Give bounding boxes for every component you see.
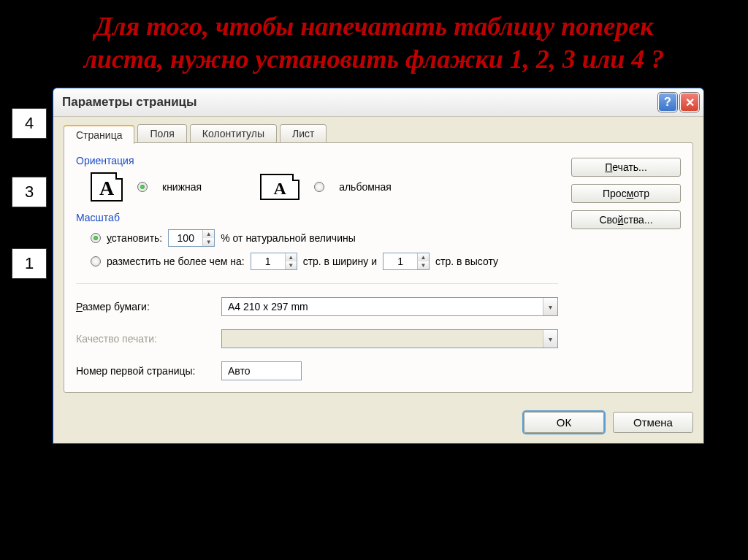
tab-headers[interactable]: Колонтитулы	[190, 124, 277, 143]
landscape-icon: A	[260, 174, 299, 200]
fit-width-spinner[interactable]: ▲▼	[251, 253, 297, 270]
portrait-radio[interactable]	[137, 182, 148, 192]
paper-size-label: Размер бумаги:	[76, 301, 211, 312]
tab-panel: Ориентация A книжная A	[64, 142, 693, 393]
fit-height-input[interactable]	[383, 253, 417, 269]
tab-page[interactable]: Страница	[64, 125, 134, 144]
landscape-label[interactable]: альбомная	[339, 181, 392, 193]
tabstrip: Страница Поля Колонтитулы Лист	[64, 124, 693, 143]
help-button[interactable]: ?	[658, 93, 677, 112]
portrait-label[interactable]: книжная	[162, 181, 202, 193]
spin-down-icon[interactable]: ▼	[418, 261, 429, 269]
first-page-label: Номер первой страницы:	[76, 365, 211, 377]
landscape-radio[interactable]	[314, 182, 324, 192]
question-text: Для того, чтобы напечатать таблицу попер…	[0, 0, 748, 80]
dialog-titlebar[interactable]: Параметры страницы ? ✕	[53, 88, 703, 117]
spin-up-icon[interactable]: ▲	[286, 253, 297, 261]
fit-width-input[interactable]	[251, 253, 285, 269]
scale-percent-input[interactable]	[169, 230, 202, 246]
spin-down-icon[interactable]: ▼	[286, 261, 297, 269]
paper-size-value: A4 210 x 297 mm	[222, 298, 543, 315]
chevron-down-icon[interactable]: ▾	[543, 298, 557, 315]
page-setup-dialog: Параметры страницы ? ✕ Страница Поля Кол…	[53, 88, 704, 444]
print-quality-combo: ▾	[221, 329, 558, 348]
ok-button[interactable]: ОК	[524, 412, 604, 433]
print-button[interactable]: Печать...	[571, 158, 681, 177]
properties-button[interactable]: Свойства...	[571, 210, 681, 229]
fit-height-suffix: стр. в высоту	[435, 256, 498, 267]
paper-size-combo[interactable]: A4 210 x 297 mm ▾	[221, 297, 558, 316]
spin-up-icon[interactable]: ▲	[203, 230, 214, 238]
callout-4: 4	[12, 108, 47, 139]
scale-adjust-suffix: % от натуральной величины	[221, 232, 356, 244]
scale-fit-label[interactable]: разместить не более чем на:	[107, 256, 245, 267]
question-line1: Для того, чтобы напечатать таблицу попер…	[95, 12, 654, 41]
question-line2: листа, нужно установить флажки 1, 2, 3 и…	[84, 45, 665, 74]
close-button[interactable]: ✕	[680, 93, 699, 112]
scale-group-label: Масштаб	[76, 212, 558, 223]
portrait-icon: A	[91, 172, 123, 202]
cancel-button[interactable]: Отмена	[613, 412, 693, 433]
tab-sheet[interactable]: Лист	[280, 124, 327, 143]
tab-fields[interactable]: Поля	[137, 124, 186, 143]
spin-down-icon[interactable]: ▼	[203, 238, 214, 246]
preview-button[interactable]: Просмотр	[571, 184, 681, 203]
scale-percent-spinner[interactable]: ▲▼	[168, 229, 215, 247]
scale-adjust-label[interactable]: уустановить:становить:	[107, 232, 162, 244]
orientation-group-label: Ориентация	[76, 155, 558, 166]
scale-fit-radio[interactable]	[91, 256, 101, 266]
callout-3: 3	[12, 177, 47, 207]
scale-adjust-radio[interactable]	[91, 233, 101, 243]
dialog-title: Параметры страницы	[62, 95, 655, 110]
callout-1: 1	[12, 248, 47, 279]
first-page-input[interactable]	[221, 361, 302, 380]
dialog-footer: ОК Отмена	[53, 403, 703, 443]
print-quality-value	[222, 330, 543, 348]
print-quality-label: Качество печати:	[76, 333, 211, 345]
spin-up-icon[interactable]: ▲	[418, 253, 429, 261]
fit-height-spinner[interactable]: ▲▼	[383, 253, 430, 270]
fit-width-suffix: стр. в ширину и	[303, 256, 377, 267]
chevron-down-icon: ▾	[543, 330, 557, 348]
